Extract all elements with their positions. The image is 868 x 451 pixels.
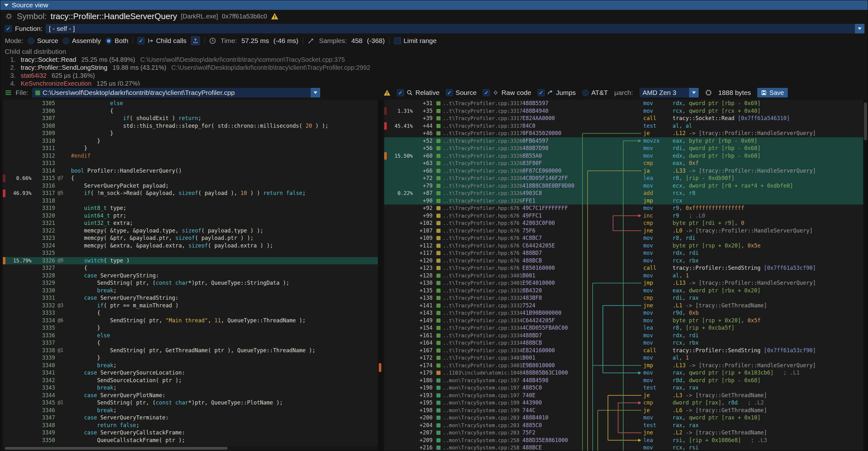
asm-row[interactable]: +128..t\TracyProfiler.cpp:3401B001moval,… xyxy=(384,272,863,280)
save-button[interactable]: Save xyxy=(757,88,788,97)
asm-vscrollbar[interactable] xyxy=(863,100,868,451)
source-line[interactable]: 3341 case ServerQuerySourceLocation: xyxy=(3,369,378,377)
chevron-down-icon[interactable] xyxy=(311,88,320,97)
source-line[interactable]: 3313 xyxy=(3,159,378,167)
source-line[interactable]: 3334@6 SendString( ptr, "Main thread", 1… xyxy=(3,317,378,325)
relative-checkbox[interactable]: Relative xyxy=(397,89,440,96)
source-line[interactable]: 3344 case ServerQueryPlotName: xyxy=(3,392,378,399)
source-line[interactable]: 3314bool Profiler::HandleServerQuery() xyxy=(3,167,378,175)
jumps-checkbox[interactable]: Jumps xyxy=(537,89,576,96)
asm-row[interactable]: +112..t\TracyProfiler.hpp:676C64424205Em… xyxy=(384,242,863,250)
asm-row[interactable]: +172..t\TracyProfiler.cpp:3401B001moval,… xyxy=(384,354,863,362)
source-line[interactable]: 0.66%3315@7{ xyxy=(3,175,378,182)
uarch-combo[interactable]: AMD Zen 3 xyxy=(640,88,699,97)
source-line[interactable]: 3320 uint64_t ptr; xyxy=(3,212,378,220)
asm-row[interactable]: +200..mon\TracySystem.cpp:203488B4010mov… xyxy=(384,414,863,422)
asm-row[interactable]: +123..t\TracyProfiler.hpp:676E850160000c… xyxy=(384,264,863,272)
asm-row[interactable]: +92..t\TracyProfiler.hpp:67649C7C1FFFFFF… xyxy=(384,205,863,212)
source-line[interactable]: 3338@1 SendString( ptr, GetThreadName( p… xyxy=(3,347,378,355)
source-line[interactable]: 3350 QueueCallstackFrame( ptr ); xyxy=(3,437,378,444)
source-line[interactable]: 46.93%3317@5 if( !m_sock->Read( &payload… xyxy=(3,189,378,197)
asm-row[interactable]: +141..t\TracyProfiler.cpp:33327524jne.L1… xyxy=(384,302,863,309)
asm-row[interactable]: +52..t\TracyProfiler.cpp:33260FB64597mov… xyxy=(384,137,863,145)
source-line[interactable]: 3324 memcpy( &extra, &payload.extra, siz… xyxy=(3,242,378,250)
source-line[interactable]: 3307 if( shouldExit ) return; xyxy=(3,115,378,122)
source-line[interactable]: 3306 { xyxy=(3,107,378,115)
asm-row[interactable]: +154..t\TracyProfiler.cpp:33344C8D055FBA… xyxy=(384,324,863,332)
source-line[interactable]: 3308 std::this_thread::sleep_for( std::c… xyxy=(3,122,378,130)
asm-row[interactable]: +209..mon\TracySystem.cpp:258488D35E8861… xyxy=(384,437,863,444)
asm-row[interactable]: +198..mon\TracySystem.cpp:199744Cje.L6 -… xyxy=(384,407,863,414)
source-line[interactable]: 3346 break; xyxy=(3,407,378,414)
collapse-icon[interactable] xyxy=(4,4,9,7)
asm-row[interactable]: +216..mon\TracySystem.cpp:258488BCEmovrc… xyxy=(384,444,863,451)
source-line[interactable]: 3348 return false; xyxy=(3,422,378,429)
function-checkbox[interactable] xyxy=(5,25,12,32)
source-line[interactable]: 3331 case ServerQueryThreadString: xyxy=(3,294,378,302)
source-line[interactable]: 3328 case ServerQueryString: xyxy=(3,272,378,280)
chevron-down-icon[interactable] xyxy=(855,24,865,33)
child-calls-checkbox[interactable]: Child calls xyxy=(137,37,187,44)
propagate-inlines-button[interactable] xyxy=(191,36,200,45)
source-line[interactable]: 3309 } xyxy=(3,130,378,137)
source-line[interactable]: 3329 SendString( ptr, (const char*)ptr, … xyxy=(3,279,378,287)
asm-row[interactable]: +130..t\TracyProfiler.cpp:3401E9E4010000… xyxy=(384,279,863,287)
asm-row[interactable]: +72..t\TracyProfiler.cpp:33264C8D05F146F… xyxy=(384,175,863,182)
child-call-entry[interactable]: 3.stat64i32625 μs (1.36%) xyxy=(5,72,868,80)
source-vscrollbar[interactable] xyxy=(378,100,382,451)
asm-row[interactable]: +149..t\TracyProfiler.cpp:3334C64424205F… xyxy=(384,317,863,325)
source-checkbox[interactable]: Source xyxy=(446,89,477,96)
source-hscrollbar[interactable] xyxy=(3,446,378,451)
asm-row[interactable]: 0.22%+87..t\TracyProfiler.cpp:33264903C8… xyxy=(384,189,863,197)
source-line[interactable]: 3323 memcpy( &ptr, &payload.ptr, sizeof(… xyxy=(3,234,378,242)
source-line[interactable]: 3337 { xyxy=(3,339,378,347)
asm-row[interactable]: +179..1103\include\atomic:1048488B05B63C… xyxy=(384,369,863,377)
source-line[interactable]: 3310 } xyxy=(3,137,378,145)
asm-row[interactable]: +190..mon\TracySystem.cpp:1974885C0testr… xyxy=(384,384,863,392)
asm-row[interactable]: +120..t\TracyProfiler.hpp:676488BCBmovrc… xyxy=(384,257,863,265)
scrollbar-thumb[interactable] xyxy=(864,102,867,141)
asm-row[interactable]: +174..t\TracyProfiler.cpp:3401E9B8010000… xyxy=(384,362,863,369)
asm-row[interactable]: +63..t\TracyProfiler.cpp:332683F80Fcmpea… xyxy=(384,159,863,167)
file-combo[interactable]: C:\Users\wolf\Desktop\darkrl\contrib\tra… xyxy=(32,88,320,97)
source-line[interactable]: 3316 ServerQueryPacket payload; xyxy=(3,182,378,190)
asm-row[interactable]: +193..mon\TracySystem.cpp:197740Eje.L3 -… xyxy=(384,392,863,399)
asm-row[interactable]: +138..t\TracyProfiler.cpp:3332483BF8cmpr… xyxy=(384,294,863,302)
source-line[interactable]: 3322 memcpy( &type, &payload.type, sizeo… xyxy=(3,227,378,235)
source-line[interactable]: 3325 xyxy=(3,249,378,257)
source-line[interactable]: 3305 else xyxy=(3,100,378,107)
source-line[interactable]: 3340 break; xyxy=(3,362,378,369)
asm-row[interactable]: +56..t\TracyProfiler.cpp:3326488B7D98mov… xyxy=(384,145,863,152)
asm-row[interactable]: +46..t\TracyProfiler.cpp:33170F843502000… xyxy=(384,130,863,137)
source-line[interactable]: 3342 SendSourceLocation( ptr ); xyxy=(3,377,378,385)
att-radio[interactable]: AT&T xyxy=(582,89,608,96)
asm-row[interactable]: +102..t\TracyProfiler.hpp:67642803C0F00c… xyxy=(384,219,863,227)
asm-row[interactable]: +107..t\TracyProfiler.hpp:67675F6jne.L0 … xyxy=(384,227,863,235)
function-combo[interactable]: [ - self - ] xyxy=(45,24,865,33)
asm-row[interactable]: +186..mon\TracySystem.cpp:197448B4598mov… xyxy=(384,377,863,385)
source-line[interactable]: 3335 } xyxy=(3,324,378,332)
asm-row[interactable]: +135..t\TracyProfiler.cpp:33328B4320move… xyxy=(384,287,863,295)
source-line[interactable]: 3332@3 if( ptr == m_mainThread ) xyxy=(3,302,378,309)
child-call-entry[interactable]: 1.tracy::Socket::Read25.25 ms (54.89%)C:… xyxy=(5,56,868,64)
asm-row[interactable]: 1.31%+35..t\TracyProfiler.cpp:3317488B49… xyxy=(384,107,863,115)
source-line[interactable]: 3318 xyxy=(3,197,378,205)
child-call-entry[interactable]: 2.tracy::Profiler::SendLongString19.88 m… xyxy=(5,64,868,72)
source-line[interactable]: 3311 } xyxy=(3,145,378,152)
asm-row[interactable]: +195..mon\TracySystem.cpp:199443900cmpdw… xyxy=(384,399,863,407)
source-line[interactable]: 3321 uint32_t extra; xyxy=(3,219,378,227)
title-bar[interactable]: Source view xyxy=(0,0,868,10)
asm-row[interactable]: +204..mon\TracySystem.cpp:2034885C0testr… xyxy=(384,422,863,429)
source-line[interactable]: 3339 } xyxy=(3,354,378,362)
source-line[interactable]: 3312#endif xyxy=(3,152,378,160)
asm-row[interactable]: +164..t\TracyProfiler.cpp:3334488BCBmovr… xyxy=(384,339,863,347)
source-line[interactable]: 3333 { xyxy=(3,309,378,317)
asm-row[interactable]: +39..t\TracyProfiler.cpp:3317E824AA0000c… xyxy=(384,115,863,122)
asm-row[interactable]: +117..t\TracyProfiler.hpp:676488BD7movrd… xyxy=(384,249,863,257)
source-line[interactable]: 3336 else xyxy=(3,332,378,339)
asm-row[interactable]: +143..t\TracyProfiler.cpp:333441B90B0000… xyxy=(384,309,863,317)
limit-range-checkbox[interactable]: Limit range xyxy=(394,37,437,44)
raw-code-checkbox[interactable]: Raw code xyxy=(483,89,531,96)
source-line[interactable]: 3343 break; xyxy=(3,384,378,392)
source-line[interactable]: 3327 { xyxy=(3,264,378,272)
